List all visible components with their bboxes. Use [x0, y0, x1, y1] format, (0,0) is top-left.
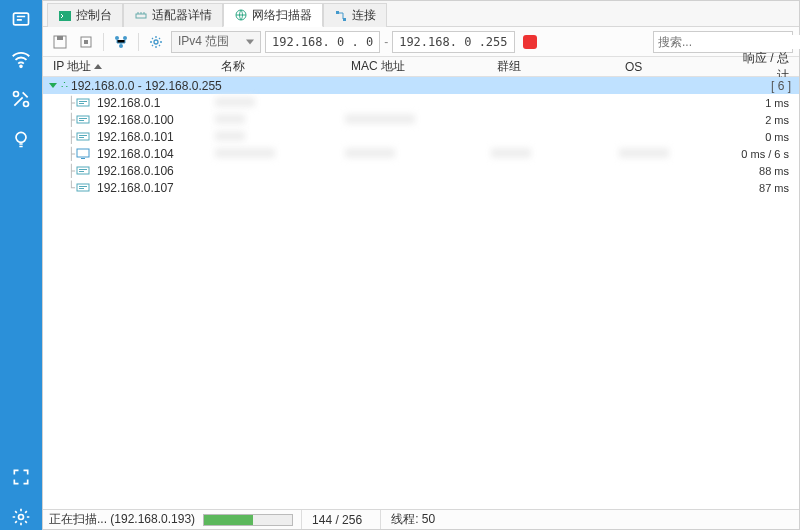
table-row[interactable]: ├192.168.0.10688 ms [43, 162, 799, 179]
svg-rect-35 [79, 188, 84, 189]
svg-rect-29 [81, 158, 85, 159]
globe-icon [234, 8, 248, 22]
table-row[interactable]: ├192.168.0.11 ms [43, 94, 799, 111]
range-type-select[interactable]: IPv4 范围 [171, 31, 261, 53]
svg-rect-6 [59, 11, 71, 21]
tree-line: ├ [43, 164, 75, 178]
col-os[interactable]: OS [619, 60, 729, 74]
table-row[interactable]: ├192.168.0.1002 ms [43, 111, 799, 128]
tree-line: └ [43, 181, 75, 195]
svg-point-4 [16, 132, 26, 142]
export-button[interactable] [75, 31, 97, 53]
tree-button[interactable] [110, 31, 132, 53]
col-mac[interactable]: MAC 地址 [345, 58, 491, 75]
tree-line: ├ [43, 113, 75, 127]
svg-rect-34 [79, 186, 87, 187]
sidebar-wifi-icon[interactable] [8, 46, 34, 72]
save-button[interactable] [49, 31, 71, 53]
svg-rect-27 [79, 137, 84, 138]
sidebar-tools-icon[interactable] [8, 86, 34, 112]
host-icon [75, 164, 91, 178]
tab-label: 连接 [352, 7, 376, 24]
sidebar-console-icon[interactable] [8, 6, 34, 32]
group-label: 192.168.0.0 - 192.168.0.255 [71, 79, 222, 93]
results-grid: ∴ 192.168.0.0 - 192.168.0.255 [ 6 ] ├192… [43, 77, 799, 509]
pc-icon [75, 147, 91, 161]
progress-bar [203, 514, 293, 526]
table-row[interactable]: ├192.168.0.1010 ms [43, 128, 799, 145]
svg-rect-20 [79, 101, 87, 102]
svg-rect-31 [79, 169, 87, 170]
cell-name [215, 96, 345, 110]
table-row[interactable]: └192.168.0.10787 ms [43, 179, 799, 196]
sidebar-idea-icon[interactable] [8, 126, 34, 152]
table-row[interactable]: ├192.168.0.1040 ms / 6 s [43, 145, 799, 162]
group-row[interactable]: ∴ 192.168.0.0 - 192.168.0.255 [ 6 ] [43, 77, 799, 94]
svg-rect-33 [77, 184, 89, 191]
stop-scan-button[interactable] [523, 35, 537, 49]
cell-name [215, 113, 345, 127]
status-threads: 线程: 50 [380, 510, 445, 529]
toolbar: IPv4 范围 192.168. 0 . 0 - 192.168. 0 .255 [43, 27, 799, 57]
svg-rect-25 [77, 133, 89, 140]
svg-point-14 [115, 36, 119, 40]
status-bar: 正在扫描... (192.168.0.193) 144 / 256 线程: 50 [43, 509, 799, 529]
col-group[interactable]: 群组 [491, 58, 619, 75]
svg-rect-28 [77, 149, 89, 157]
separator [138, 33, 139, 51]
col-ip[interactable]: IP 地址 [47, 58, 215, 75]
svg-rect-7 [136, 14, 146, 18]
search-input[interactable] [658, 35, 800, 49]
tab-connections[interactable]: 连接 [323, 3, 387, 27]
adapter-icon [134, 9, 148, 23]
sidebar-fullscreen-icon[interactable] [8, 464, 34, 490]
cell-os [619, 147, 729, 161]
cell-response: 1 ms [729, 97, 799, 109]
cell-mac [345, 113, 491, 127]
cell-response: 0 ms [729, 131, 799, 143]
link-icon [334, 9, 348, 23]
tree-line: ├ [43, 130, 75, 144]
tree-line: ├ [43, 147, 75, 161]
host-icon [75, 96, 91, 110]
tab-adapter[interactable]: 适配器详情 [123, 3, 223, 27]
cell-name [215, 147, 345, 161]
ip-to-field[interactable]: 192.168. 0 .255 [392, 31, 514, 53]
tab-label: 网络扫描器 [252, 7, 312, 24]
svg-rect-32 [79, 171, 84, 172]
host-icon [75, 130, 91, 144]
tab-label: 控制台 [76, 7, 112, 24]
svg-rect-21 [79, 103, 84, 104]
column-headers: IP 地址 名称 MAC 地址 群组 OS 响应 / 总计 [43, 57, 799, 77]
tab-bar: 控制台 适配器详情 网络扫描器 连接 [43, 1, 799, 27]
svg-rect-12 [57, 36, 63, 40]
sort-asc-icon [94, 64, 102, 69]
svg-point-16 [119, 44, 123, 48]
cell-response: 0 ms / 6 s [729, 148, 799, 160]
host-icon [75, 113, 91, 127]
cell-name [215, 130, 345, 144]
svg-rect-9 [336, 11, 339, 14]
main-panel: 控制台 适配器详情 网络扫描器 连接 IPv4 范围 192.168. [42, 0, 800, 530]
cell-response: 88 ms [729, 165, 799, 177]
col-name[interactable]: 名称 [215, 58, 345, 75]
terminal-icon [58, 9, 72, 23]
chevron-down-icon [49, 83, 57, 88]
cell-ip: 192.168.0.104 [97, 147, 215, 161]
svg-point-15 [123, 36, 127, 40]
sidebar-settings-icon[interactable] [8, 504, 34, 530]
tab-console[interactable]: 控制台 [47, 3, 123, 27]
range-dash: - [384, 35, 388, 49]
ip-from-field[interactable]: 192.168. 0 . 0 [265, 31, 380, 53]
cell-mac [345, 147, 491, 161]
cell-group [491, 147, 619, 161]
svg-point-2 [14, 92, 19, 97]
cell-ip: 192.168.0.100 [97, 113, 215, 127]
svg-rect-30 [77, 167, 89, 174]
tab-label: 适配器详情 [152, 7, 212, 24]
tab-scanner[interactable]: 网络扫描器 [223, 3, 323, 27]
select-value: IPv4 范围 [178, 33, 229, 50]
group-icon: ∴ [61, 79, 67, 92]
settings-button[interactable] [145, 31, 167, 53]
svg-rect-24 [79, 120, 84, 121]
